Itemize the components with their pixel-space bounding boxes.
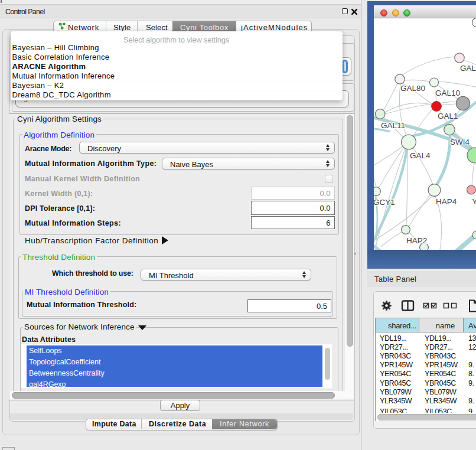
svg-text:GAL1: GAL1 xyxy=(438,112,458,120)
svg-text:SWI4: SWI4 xyxy=(450,138,470,146)
svg-text:HAP4: HAP4 xyxy=(436,197,457,206)
svg-text:YM: YM xyxy=(472,197,476,206)
svg-text:GAL2: GAL2 xyxy=(460,64,476,73)
svg-text:GAL4: GAL4 xyxy=(410,151,431,160)
svg-text:GAL80: GAL80 xyxy=(400,84,425,93)
svg-text:GAL10: GAL10 xyxy=(435,89,460,97)
svg-text:GAL11: GAL11 xyxy=(381,121,405,130)
svg-text:GCY1: GCY1 xyxy=(374,198,395,207)
svg-text:HAP2: HAP2 xyxy=(406,236,427,245)
